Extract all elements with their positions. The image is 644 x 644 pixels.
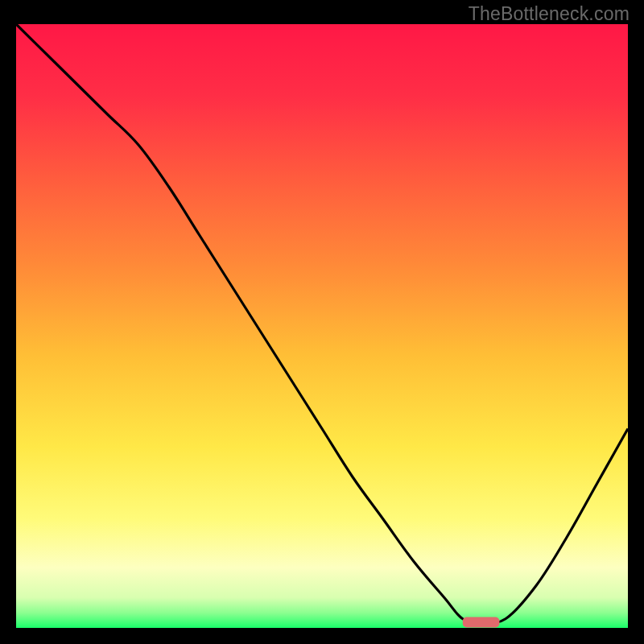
plot-area — [16, 24, 628, 628]
chart-frame: TheBottleneck.com — [0, 0, 644, 644]
watermark-text: TheBottleneck.com — [469, 3, 630, 25]
bottleneck-curve-chart — [16, 24, 628, 628]
optimal-marker — [463, 617, 500, 628]
